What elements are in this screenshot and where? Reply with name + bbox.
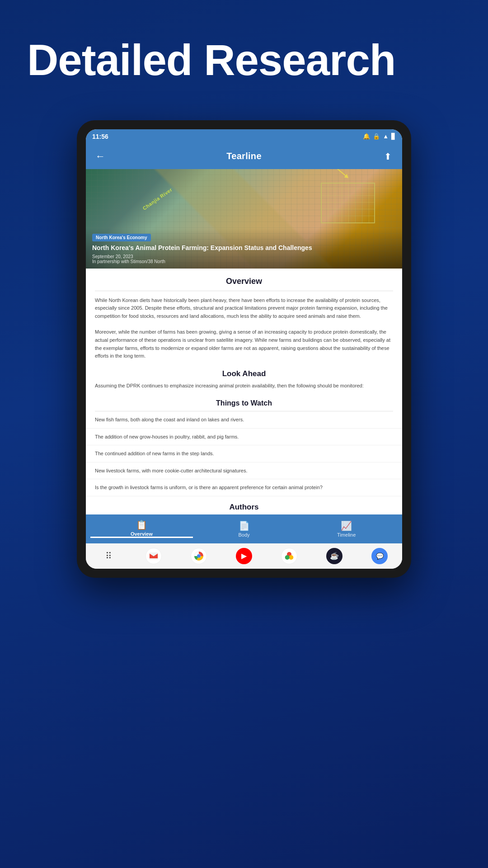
page-title-area: Detailed Research xyxy=(0,0,488,111)
watch-item: New fish farms, both along the coast and… xyxy=(86,411,402,429)
body-nav-label: Body xyxy=(238,532,249,538)
nav-item-timeline[interactable]: 📈 Timeline xyxy=(295,520,398,538)
nav-item-body[interactable]: 📄 Body xyxy=(193,520,296,538)
overview-paragraph-2: Moreover, while the number of farms has … xyxy=(86,323,402,363)
system-navigation: ⠿ ▶ ☕ � xyxy=(86,543,402,569)
authors-heading: Authors xyxy=(86,496,402,514)
share-button[interactable]: ⬆ xyxy=(380,151,395,162)
messages-icon[interactable]: 💬 xyxy=(371,548,388,564)
status-bar: 11:56 🔔 🔒 ▲ ▊ xyxy=(86,129,402,144)
hero-overlay: North Korea's Economy North Korea's Anim… xyxy=(86,228,402,268)
grid-overlay xyxy=(321,183,375,223)
watch-item: The addition of new grow-houses in poult… xyxy=(86,429,402,446)
river-label: Chanjia River xyxy=(142,187,174,211)
bottom-navigation: 📋 Overview 📄 Body 📈 Timeline xyxy=(86,514,402,543)
app-title: Tearline xyxy=(226,151,262,161)
coffee-icon[interactable]: ☕ xyxy=(326,548,343,564)
look-ahead-text: Assuming the DPRK continues to emphasize… xyxy=(86,382,402,394)
watch-item: The continued addition of new farms in t… xyxy=(86,445,402,462)
nav-item-overview[interactable]: 📋 Overview xyxy=(90,519,193,538)
article-partnership: In partnership with Stimson/38 North xyxy=(92,259,396,264)
svg-point-4 xyxy=(285,555,290,560)
overview-heading: Overview xyxy=(86,269,402,291)
overview-paragraph-1: While North Korean diets have historical… xyxy=(86,291,402,323)
notification-icon: 🔔 xyxy=(363,133,370,140)
things-to-watch-heading: Things to Watch xyxy=(86,394,402,411)
app-bar: ← Tearline ⬆ xyxy=(86,144,402,169)
lock-icon: 🔒 xyxy=(373,133,380,140)
battery-icon: ▊ xyxy=(391,133,396,140)
body-icon: 📄 xyxy=(239,520,250,531)
photos-icon[interactable] xyxy=(281,548,297,564)
overview-nav-label: Overview xyxy=(131,531,153,537)
hero-image: Chanjia River North Korea's Economy Nort… xyxy=(86,169,402,269)
timeline-nav-label: Timeline xyxy=(337,532,356,538)
grid-button[interactable]: ⠿ xyxy=(100,548,117,564)
watch-item: Is the growth in livestock farms is unif… xyxy=(86,479,402,496)
status-time: 11:56 xyxy=(92,133,108,140)
tablet-device: 11:56 🔔 🔒 ▲ ▊ ← Tearline ⬆ Chanjia River… xyxy=(77,120,411,578)
timeline-icon: 📈 xyxy=(341,520,352,531)
youtube-icon[interactable]: ▶ xyxy=(236,548,252,564)
svg-point-3 xyxy=(289,555,293,560)
article-title: North Korea's Animal Protein Farming: Ex… xyxy=(92,244,396,252)
tablet-screen: 11:56 🔔 🔒 ▲ ▊ ← Tearline ⬆ Chanjia River… xyxy=(86,129,402,569)
watch-item: New livestock farms, with more cookie-cu… xyxy=(86,462,402,480)
look-ahead-heading: Look Ahead xyxy=(86,363,402,382)
content-area: Overview While North Korean diets have h… xyxy=(86,269,402,514)
arrow-indicator xyxy=(327,169,348,178)
gmail-icon[interactable] xyxy=(145,548,162,564)
status-icons: 🔔 🔒 ▲ ▊ xyxy=(363,133,396,140)
page-title: Detailed Research xyxy=(27,36,461,84)
wifi-icon: ▲ xyxy=(383,133,389,140)
article-tag: North Korea's Economy xyxy=(92,234,151,241)
article-date: September 20, 2023 xyxy=(92,254,396,259)
chrome-icon[interactable] xyxy=(191,548,207,564)
overview-icon: 📋 xyxy=(136,519,147,530)
back-button[interactable]: ← xyxy=(93,151,108,162)
